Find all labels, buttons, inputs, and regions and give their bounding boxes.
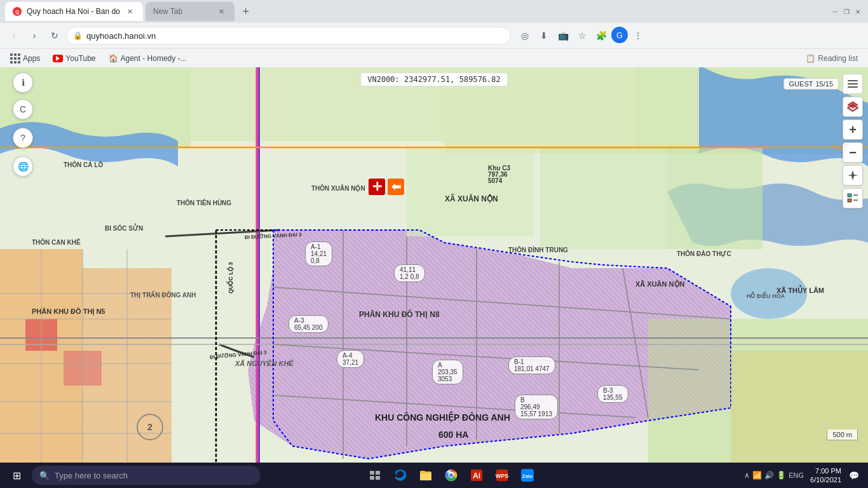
profile-button[interactable]: G (611, 27, 628, 43)
info-button[interactable]: ℹ (13, 72, 33, 93)
network-icon[interactable]: 📶 (752, 471, 762, 480)
back-button[interactable]: ‹ (5, 27, 23, 44)
svg-rect-19 (667, 147, 763, 249)
map-controls-right: GUEST 15/15 + − (783, 74, 863, 208)
svg-rect-50 (848, 199, 851, 202)
notification-icon: 💬 (849, 471, 859, 480)
nav-actions: ◎ ⬇ 📺 ☆ 🧩 G ⋮ (516, 27, 647, 44)
bookmark-agent[interactable]: 🏠 Agent - Homedy -... (104, 53, 192, 64)
taskbar: ⊞ 🔍 Type here to search (0, 463, 868, 488)
taskbar-wps[interactable]: WPS (491, 464, 513, 487)
globe-button[interactable]: 🌐 (13, 156, 33, 177)
tab-newtab[interactable]: New Tab ✕ (146, 2, 234, 21)
address-bar[interactable]: 🔒 quyhoach.hanoi.vn (66, 27, 511, 44)
agent-icon: 🏠 (109, 54, 118, 63)
windows-logo: ⊞ (13, 470, 21, 482)
window-controls: ─ ❐ ✕ (830, 6, 863, 17)
zalo-icon: Zalo (520, 468, 534, 482)
legend-icon (846, 192, 859, 205)
red-cross-arrow[interactable]: ✛ (369, 179, 385, 195)
clock-date: 6/10/2021 (810, 475, 841, 484)
clock-time: 7:00 PM (810, 466, 841, 475)
restore-button[interactable]: ❐ (841, 6, 851, 17)
location-button[interactable]: ◎ (516, 27, 534, 44)
zoom-in-button[interactable]: + (843, 119, 863, 140)
taskbar-zalo[interactable]: Zalo (516, 464, 539, 487)
ham-line-2 (848, 83, 858, 85)
download-button[interactable]: ⬇ (535, 27, 553, 44)
svg-rect-42 (731, 351, 868, 463)
files-icon (419, 468, 433, 482)
tab-newtab-title: New Tab (153, 7, 182, 16)
tab-quyhoach-close[interactable]: ✕ (125, 6, 135, 17)
taskview-icon (369, 469, 381, 482)
svg-rect-49 (848, 194, 851, 197)
guest-label: GUEST (789, 80, 813, 88)
battery-icon[interactable]: 🔋 (776, 471, 786, 480)
reading-list-button[interactable]: 📋 Reading list (801, 53, 863, 64)
scale-bar: 500 m (827, 430, 858, 440)
adobe-icon: Ai (470, 468, 484, 482)
tab-newtab-close[interactable]: ✕ (217, 6, 227, 17)
quyhoach-favicon: Q (13, 7, 22, 16)
chrome-icon (444, 468, 458, 482)
notification-button[interactable]: 💬 (848, 469, 860, 482)
forward-button[interactable]: › (25, 27, 43, 44)
bookmark-star-button[interactable]: ☆ (573, 27, 591, 44)
address-text: quyhoach.hanoi.vn (86, 31, 156, 41)
lock-icon: 🔒 (73, 31, 83, 40)
browser-frame: Q Quy hoach Ha Noi - Ban do ✕ New Tab ✕ … (0, 0, 868, 488)
taskbar-search[interactable]: 🔍 Type here to search (32, 466, 261, 485)
layers-button[interactable] (843, 97, 863, 117)
taskbar-right: ∧ 📶 🔊 🔋 ENG 7:00 PM 6/10/2021 💬 (744, 466, 865, 485)
help-button[interactable]: ? (13, 128, 33, 148)
taskbar-chrome[interactable] (440, 464, 463, 487)
cast-button[interactable]: 📺 (554, 27, 572, 44)
locate-icon (847, 170, 858, 181)
tab-quyhoach[interactable]: Q Quy hoach Ha Noi - Ban do ✕ (5, 2, 143, 21)
bookmark-apps[interactable]: Apps (5, 52, 45, 65)
bookmark-youtube[interactable]: YouTube (48, 53, 100, 64)
taskbar-search-icon: 🔍 (39, 471, 50, 480)
tray-chevron-icon[interactable]: ∧ (744, 471, 750, 480)
taskbar-adobe[interactable]: Ai (465, 464, 488, 487)
system-tray: ∧ 📶 🔊 🔋 ENG (744, 471, 804, 480)
back-arrow[interactable]: ⬅ (388, 179, 404, 195)
taskbar-edge[interactable] (389, 464, 412, 487)
taskbar-taskview[interactable] (363, 464, 386, 487)
taskbar-apps: Ai WPS Zalo (363, 464, 539, 487)
extensions-button[interactable]: 🧩 (592, 27, 610, 44)
guest-count: 15/15 (815, 80, 833, 88)
menu-button[interactable]: ⋮ (629, 27, 647, 44)
minimize-button[interactable]: ─ (830, 6, 840, 17)
zoom-out-button[interactable]: − (843, 142, 863, 163)
svg-rect-56 (376, 476, 380, 480)
reload-button[interactable]: ↻ (46, 27, 64, 44)
guest-row: GUEST 15/15 (783, 74, 863, 94)
eng-label: ENG (789, 471, 804, 479)
ham-line-3 (848, 86, 858, 88)
svg-point-43 (731, 268, 807, 319)
svg-point-62 (449, 473, 453, 477)
volume-icon[interactable]: 🔊 (764, 471, 774, 480)
svg-text:Zalo: Zalo (522, 473, 533, 479)
apps-icon (10, 53, 20, 64)
close-button[interactable]: ✕ (853, 6, 863, 17)
start-button[interactable]: ⊞ (3, 463, 31, 488)
map-area[interactable]: 2 VN2000: 2342977.51, 589576.82 ✛ ⬅ ℹ C … (0, 67, 868, 463)
youtube-label: YouTube (65, 54, 95, 63)
map-svg: 2 (0, 67, 868, 463)
location-c-button[interactable]: C (13, 99, 33, 119)
taskbar-files[interactable] (414, 464, 437, 487)
new-tab-button[interactable]: + (237, 3, 255, 20)
clock[interactable]: 7:00 PM 6/10/2021 (808, 466, 844, 485)
svg-rect-55 (370, 476, 374, 480)
layers-icon (846, 100, 859, 113)
edge-icon (393, 468, 407, 482)
locate-button[interactable] (843, 165, 863, 186)
legend-button[interactable] (843, 188, 863, 208)
youtube-icon (53, 55, 63, 62)
svg-rect-17 (407, 147, 534, 236)
coord-text: VN2000: 2342977.51, 589576.82 (367, 75, 501, 84)
hamburger-menu-button[interactable] (843, 74, 863, 94)
